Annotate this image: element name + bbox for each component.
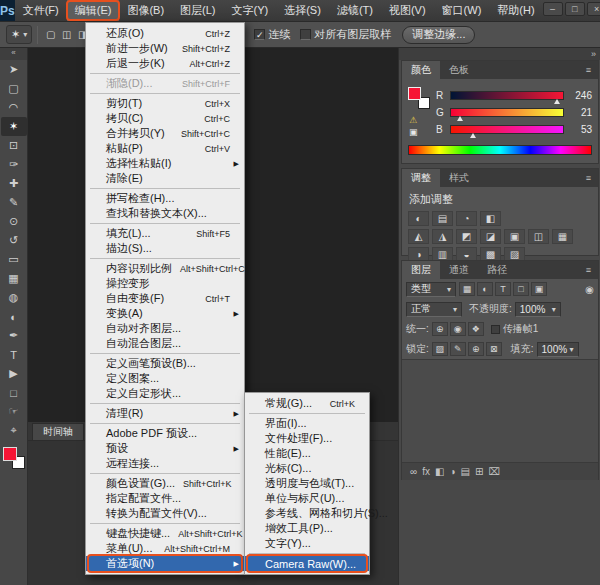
delete-layer-icon[interactable]: ⌧ xyxy=(488,466,500,477)
tab-channels[interactable]: 通道 xyxy=(440,261,478,279)
submenu-item[interactable]: 透明度与色域(T)... ▶ xyxy=(245,476,369,491)
menu-item[interactable]: 合并拷贝(Y) Shift+Ctrl+C ▶ xyxy=(86,126,244,141)
collapse-panels-icon[interactable]: » xyxy=(591,49,596,59)
tab-timeline[interactable]: 时间轴 xyxy=(32,423,84,440)
menubar-item-window[interactable]: 窗口(W) xyxy=(434,0,490,21)
refine-edge-button[interactable]: 调整边缘... xyxy=(402,26,475,44)
pen-tool-icon[interactable]: ✒ xyxy=(1,326,27,345)
zoom-tool-icon[interactable]: ⌖ xyxy=(1,421,27,440)
menu-item[interactable]: Adobe PDF 预设... ▶ xyxy=(86,426,244,441)
eraser-tool-icon[interactable]: ▭ xyxy=(1,250,27,269)
submenu-item[interactable]: 性能(E)... ▶ xyxy=(245,446,369,461)
menu-item[interactable]: 操控变形 ▶ xyxy=(86,276,244,291)
layer-group-icon[interactable]: ▤ xyxy=(460,466,469,477)
menu-item[interactable]: 清理(R) ▶ xyxy=(86,406,244,421)
link-layers-icon[interactable]: ∞ xyxy=(410,466,417,477)
foreground-swatch[interactable] xyxy=(408,87,421,100)
menu-item[interactable]: 渐隐(D)... Shift+Ctrl+F ▶ xyxy=(86,76,244,91)
type-tool-icon[interactable]: T xyxy=(1,345,27,364)
exposure-icon[interactable]: ◧ xyxy=(480,211,501,226)
menu-item[interactable]: 填充(L)... Shift+F5 ▶ xyxy=(86,226,244,241)
menu-item[interactable]: 拼写检查(H)... ▶ xyxy=(86,191,244,206)
unify-visibility-icon[interactable]: ◉ xyxy=(450,322,466,336)
tab-swatches[interactable]: 色板 xyxy=(440,61,478,79)
slider-marker[interactable] xyxy=(457,116,463,121)
brush-tool-icon[interactable]: ✎ xyxy=(1,193,27,212)
channel-value[interactable]: 21 xyxy=(568,107,592,118)
curves-icon[interactable]: ◔ xyxy=(456,211,477,226)
menu-item[interactable]: 远程连接... ▶ xyxy=(86,456,244,471)
opacity-dropdown[interactable]: 100% ▾ xyxy=(515,302,561,317)
toolbar-collapse-icon[interactable]: « xyxy=(0,48,27,60)
unify-style-icon[interactable]: ❖ xyxy=(468,322,484,336)
menu-item[interactable]: 清除(E) ▶ xyxy=(86,171,244,186)
propagate-checkbox[interactable] xyxy=(491,325,500,334)
layer-filter-dropdown[interactable]: 类型 ▾ xyxy=(406,282,456,297)
minimize-button[interactable]: – xyxy=(543,2,563,16)
submenu-item[interactable]: 光标(C)... ▶ xyxy=(245,461,369,476)
hand-tool-icon[interactable]: ☞ xyxy=(1,402,27,421)
levels-icon[interactable]: ▤ xyxy=(432,211,453,226)
lock-all-icon[interactable]: ⊠ xyxy=(486,342,502,356)
menu-item[interactable]: 内容识别比例 Alt+Shift+Ctrl+C ▶ xyxy=(86,261,244,276)
clone-stamp-tool-icon[interactable]: ⊙ xyxy=(1,212,27,231)
gamut-warning-icon[interactable]: ⚠ xyxy=(409,115,418,125)
black-white-icon[interactable]: ◪ xyxy=(480,229,501,244)
menu-item[interactable]: 转换为配置文件(V)... ▶ xyxy=(86,506,244,521)
sample-all-layers-checkbox[interactable]: ✓ 对所有图层取样 xyxy=(300,27,391,42)
color-ramp[interactable] xyxy=(408,145,592,155)
submenu-item[interactable]: 参考线、网格和切片(S)... ▶ xyxy=(245,506,369,521)
channel-slider[interactable] xyxy=(450,108,564,117)
submenu-item[interactable]: 增效工具(P)... ▶ xyxy=(245,521,369,536)
history-brush-tool-icon[interactable]: ↺ xyxy=(1,231,27,250)
channel-slider[interactable] xyxy=(450,125,564,134)
marquee-tool-icon[interactable]: ▢ xyxy=(1,79,27,98)
layers-list[interactable] xyxy=(402,359,598,463)
menubar-item-select[interactable]: 选择(S) xyxy=(276,0,329,21)
menubar-item-view[interactable]: 视图(V) xyxy=(381,0,434,21)
submenu-item[interactable]: 常规(G)... Ctrl+K ▶ xyxy=(245,396,369,411)
menu-item[interactable]: 选择性粘贴(I) ▶ xyxy=(86,156,244,171)
blend-mode-dropdown[interactable]: 正常 ▾ xyxy=(406,302,462,317)
brightness-contrast-icon[interactable]: ◐ xyxy=(408,211,429,226)
panel-menu-icon[interactable]: ≡ xyxy=(581,65,596,75)
adjustment-layer-icon[interactable]: ◑ xyxy=(449,466,455,477)
menu-item[interactable]: 剪切(T) Ctrl+X ▶ xyxy=(86,96,244,111)
shape-tool-icon[interactable]: □ xyxy=(1,383,27,402)
fill-dropdown[interactable]: 100% ▾ xyxy=(537,342,579,357)
new-selection-icon[interactable]: ▢ xyxy=(43,27,58,43)
menu-item-preferences[interactable]: 首选项(N) ▶ xyxy=(86,556,244,571)
add-selection-icon[interactable]: ◫ xyxy=(59,27,74,43)
menu-item[interactable]: 自动混合图层... ▶ xyxy=(86,336,244,351)
healing-brush-tool-icon[interactable]: ✚ xyxy=(1,174,27,193)
menu-item[interactable]: 定义画笔预设(B)... ▶ xyxy=(86,356,244,371)
blur-tool-icon[interactable]: ◍ xyxy=(1,288,27,307)
layer-style-icon[interactable]: fx xyxy=(422,466,430,477)
menubar-item-filter[interactable]: 滤镜(T) xyxy=(329,0,381,21)
submenu-item[interactable]: 单位与标尺(U)... ▶ xyxy=(245,491,369,506)
contiguous-checkbox[interactable]: ✓ 连续 xyxy=(254,27,290,42)
eyedropper-tool-icon[interactable]: ✑ xyxy=(1,155,27,174)
slider-marker[interactable] xyxy=(554,99,560,104)
menu-item[interactable]: 键盘快捷键... Alt+Shift+Ctrl+K ▶ xyxy=(86,526,244,541)
close-button[interactable]: × xyxy=(587,2,600,16)
menu-item[interactable]: 描边(S)... ▶ xyxy=(86,241,244,256)
menu-item[interactable]: 定义图案... ▶ xyxy=(86,371,244,386)
slider-marker[interactable] xyxy=(470,133,476,138)
lock-position-icon[interactable]: ⊕ xyxy=(468,342,484,356)
gradient-tool-icon[interactable]: ▦ xyxy=(1,269,27,288)
vibrance-icon[interactable]: ◭ xyxy=(408,229,429,244)
menubar-item-help[interactable]: 帮助(H) xyxy=(489,0,542,21)
filter-smart-objects-icon[interactable]: ▣ xyxy=(531,282,547,296)
tab-styles[interactable]: 样式 xyxy=(440,169,478,187)
crop-tool-icon[interactable]: ⊡ xyxy=(1,136,27,155)
submenu-item[interactable]: 文件处理(F)... ▶ xyxy=(245,431,369,446)
menu-item[interactable]: 拷贝(C) Ctrl+C ▶ xyxy=(86,111,244,126)
menubar-item-type[interactable]: 文字(Y) xyxy=(224,0,277,21)
color-lookup-icon[interactable]: ▦ xyxy=(552,229,573,244)
submenu-item-camera-raw[interactable]: Camera Raw(W)... ▶ xyxy=(245,556,369,571)
menu-item[interactable]: 预设 ▶ xyxy=(86,441,244,456)
layer-filter-toggle-icon[interactable]: ◉ xyxy=(585,284,594,295)
menubar-item-edit[interactable]: 编辑(E) xyxy=(67,0,120,21)
lock-image-icon[interactable]: ✎ xyxy=(450,342,466,356)
